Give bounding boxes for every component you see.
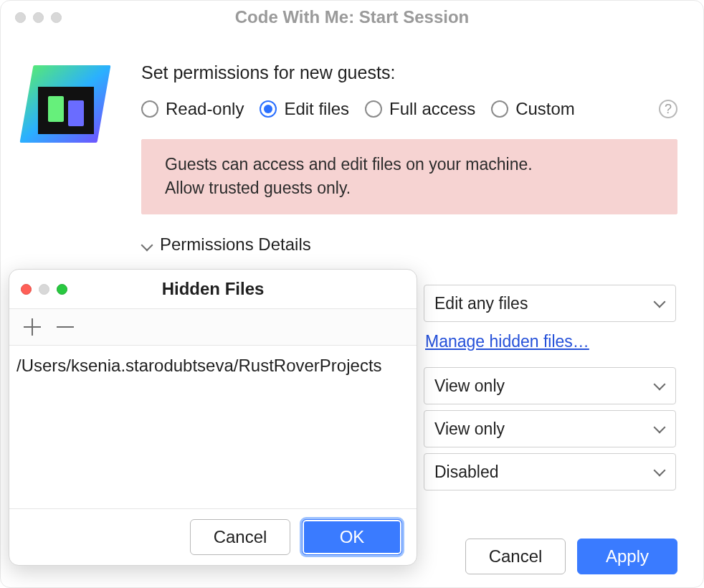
radio-fullaccess[interactable]: Full access	[365, 99, 475, 119]
list-item[interactable]: /Users/ksenia.starodubtseva/RustRoverPro…	[9, 346, 417, 386]
radio-icon	[491, 100, 508, 118]
remove-icon[interactable]	[57, 318, 74, 336]
select-value: Edit any files	[434, 294, 528, 313]
apply-button[interactable]: Apply	[577, 539, 677, 574]
select-value: Disabled	[434, 463, 499, 482]
cancel-button[interactable]: Cancel	[465, 539, 566, 574]
radio-icon	[260, 100, 277, 118]
popup-ok-button[interactable]: OK	[302, 519, 402, 555]
minimize-dot-inactive[interactable]	[39, 284, 49, 295]
traffic-lights-popup	[21, 284, 67, 295]
popup-cancel-button[interactable]: Cancel	[190, 519, 290, 555]
permissions-details-disclosure[interactable]: Permissions Details	[141, 234, 677, 255]
files-permission-select[interactable]: Edit any files	[424, 285, 676, 322]
radio-label: Full access	[389, 99, 475, 119]
popup-title: Hidden Files	[9, 279, 417, 299]
warning-line2: Allow trusted guests only.	[165, 176, 654, 200]
code-with-me-logo	[27, 65, 104, 143]
close-dot-inactive[interactable]	[15, 12, 26, 23]
zoom-dot[interactable]	[57, 284, 67, 295]
help-icon[interactable]: ?	[659, 100, 677, 118]
radio-label: Custom	[515, 99, 575, 119]
run-permission-select[interactable]: View only	[424, 410, 676, 447]
disclosure-label: Permissions Details	[160, 234, 311, 255]
other-permission-select[interactable]: Disabled	[424, 453, 676, 490]
button-label: OK	[340, 527, 365, 547]
warning-line1: Guests can access and edit files on your…	[165, 153, 654, 176]
main-window-title: Code With Me: Start Session	[1, 7, 703, 27]
hidden-files-list[interactable]: /Users/ksenia.starodubtseva/RustRoverPro…	[9, 346, 417, 509]
radio-icon	[365, 100, 382, 118]
button-label: Cancel	[489, 546, 543, 566]
button-label: Cancel	[214, 527, 267, 547]
button-label: Apply	[606, 546, 649, 566]
close-dot[interactable]	[21, 284, 32, 295]
add-icon[interactable]	[24, 318, 41, 336]
radio-editfiles[interactable]: Edit files	[260, 99, 349, 119]
zoom-dot-inactive[interactable]	[51, 12, 62, 23]
popup-footer: Cancel OK	[9, 509, 417, 565]
hidden-files-popup: Hidden Files /Users/ksenia.starodubtseva…	[9, 269, 417, 566]
chevron-down-icon	[141, 238, 154, 251]
permission-radio-group: Read-only Edit files Full access Custom …	[141, 99, 677, 119]
popup-titlebar: Hidden Files	[9, 270, 417, 308]
popup-toolbar	[9, 308, 417, 346]
main-footer: Cancel Apply	[465, 539, 677, 574]
radio-readonly[interactable]: Read-only	[141, 99, 244, 119]
select-value: View only	[434, 419, 505, 439]
select-value: View only	[434, 376, 505, 396]
radio-label: Edit files	[284, 99, 349, 119]
main-titlebar: Code With Me: Start Session	[1, 1, 703, 34]
traffic-lights-main	[15, 12, 62, 23]
permissions-heading: Set permissions for new guests:	[141, 62, 677, 83]
radio-icon	[141, 100, 158, 118]
permission-details: Edit any files Manage hidden files… View…	[424, 285, 676, 490]
main-content: Set permissions for new guests: Read-onl…	[141, 62, 677, 267]
main-body: Set permissions for new guests: Read-onl…	[1, 34, 703, 267]
manage-hidden-files-link[interactable]: Manage hidden files…	[424, 328, 676, 361]
radio-label: Read-only	[166, 99, 244, 119]
terminal-permission-select[interactable]: View only	[424, 367, 676, 404]
radio-custom[interactable]: Custom	[491, 99, 575, 119]
minimize-dot-inactive[interactable]	[33, 12, 44, 23]
sidebar	[27, 62, 120, 267]
warning-banner: Guests can access and edit files on your…	[141, 139, 677, 214]
